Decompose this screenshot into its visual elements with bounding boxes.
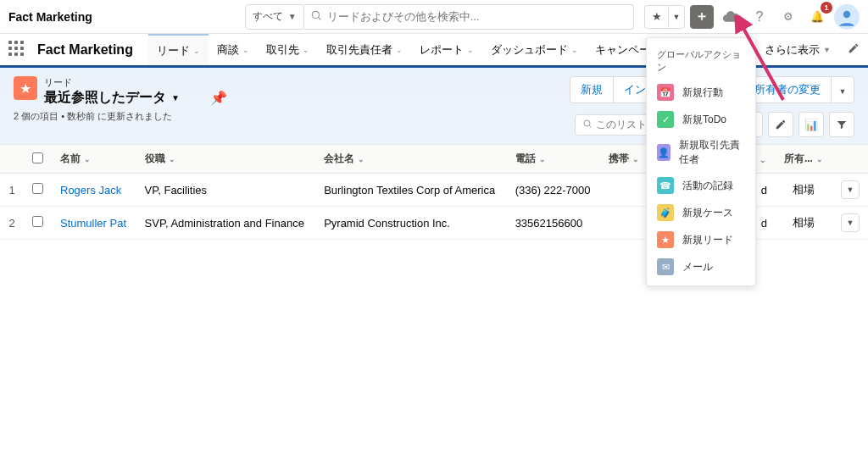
nav-more-label: さらに表示 (765, 42, 820, 58)
pin-icon (195, 91, 207, 102)
inline-edit-button[interactable] (768, 112, 793, 137)
chart-icon: 📊 (804, 119, 818, 131)
cell-mobile (600, 207, 648, 240)
favorite-button[interactable]: ★ (644, 5, 668, 29)
gear-icon: ⚙ (783, 10, 793, 23)
setup-button[interactable]: ⚙ (776, 5, 800, 29)
favorite-menu-button[interactable]: ▼ (668, 5, 685, 29)
caret-down-icon: ▼ (823, 46, 831, 54)
lead-name-link[interactable]: Rogers Jack (60, 184, 121, 197)
object-label: リード (44, 76, 227, 89)
edit-nav-button[interactable] (848, 42, 860, 57)
nav-item-opportunities[interactable]: 商談⌄ (209, 33, 258, 67)
chevron-down-icon: ⌄ (632, 155, 639, 163)
ga-item-label: 新規行動 (682, 86, 723, 100)
calendar-icon: 📅 (657, 84, 674, 101)
svg-point-2 (843, 10, 850, 17)
chevron-down-icon: ⌄ (396, 46, 403, 54)
row-checkbox[interactable] (32, 216, 43, 227)
chevron-down-icon: ⌄ (169, 155, 175, 163)
lead-object-icon: ★ (14, 76, 37, 100)
filter-button[interactable] (829, 112, 854, 137)
chevron-down-icon: ⌄ (816, 155, 823, 163)
pencil-icon (775, 119, 787, 130)
cell-title: SVP, Administration and Finance (136, 207, 316, 240)
ga-new-case[interactable]: 🧳 新規ケース (647, 199, 755, 226)
global-actions-button[interactable]: ＋ (690, 5, 714, 29)
global-actions-header: グローバルアクション (647, 43, 755, 79)
nav-more[interactable]: さらに表示 ▼ (756, 33, 839, 67)
col-company[interactable]: 会社名⌄ (315, 145, 507, 174)
nav-item-label: 取引先責任者 (326, 42, 392, 58)
pin-list-button[interactable]: 📌 (195, 90, 227, 106)
brand-label: Fact Marketing (8, 10, 92, 24)
search-icon (582, 119, 593, 131)
user-avatar[interactable] (834, 4, 860, 30)
notifications-button[interactable]: 🔔 1 (805, 5, 829, 29)
col-actions (832, 145, 868, 174)
col-select-all (24, 145, 52, 174)
cell-mobile (600, 174, 648, 207)
list-view-picker[interactable]: 最近参照したデータ ▼ 📌 (44, 89, 227, 107)
pencil-icon (848, 42, 860, 54)
list-action-overflow[interactable]: ▼ (831, 76, 854, 103)
caret-down-icon: ▼ (288, 12, 297, 21)
cloud-icon (722, 8, 739, 25)
nav-item-accounts[interactable]: 取引先⌄ (258, 33, 318, 67)
col-mobile[interactable]: 携帯⌄ (600, 145, 648, 174)
ga-new-contact[interactable]: 👤 新規取引先責任者 (647, 133, 755, 172)
nav-item-dashboards[interactable]: ダッシュボード⌄ (482, 33, 587, 67)
mail-icon: ✉ (657, 258, 674, 275)
col-label: 電話 (515, 152, 536, 164)
ga-email[interactable]: ✉ メール (647, 253, 755, 280)
nav-item-label: 商談 (217, 42, 239, 58)
col-label: 名前 (60, 152, 81, 164)
lead-name-link[interactable]: Stumuller Pat (60, 217, 126, 230)
ga-new-lead[interactable]: ★ 新規リード (647, 226, 755, 253)
list-header-left: ★ リード 最近参照したデータ ▼ 📌 (14, 76, 570, 107)
col-name[interactable]: 名前⌄ (52, 145, 136, 174)
row-action-menu[interactable]: ▼ (841, 213, 860, 232)
change-owner-button[interactable]: 所有者の変更 (743, 76, 831, 103)
svg-point-4 (584, 120, 590, 126)
caret-down-icon: ▼ (673, 13, 681, 21)
chevron-down-icon: ⌄ (303, 46, 309, 54)
chart-button[interactable]: 📊 (798, 112, 824, 137)
ga-item-label: 新規ケース (682, 206, 733, 220)
app-launcher-button[interactable] (8, 41, 27, 59)
select-all-checkbox[interactable] (32, 152, 43, 163)
ga-new-event[interactable]: 📅 新規行動 (647, 79, 755, 106)
nav-item-leads[interactable]: リード⌄ (148, 34, 209, 68)
col-label: 携帯 (609, 152, 629, 164)
ga-item-label: 活動の記録 (682, 179, 733, 193)
caret-down-icon: ▼ (171, 93, 180, 102)
global-header: Fact Marketing すべて ▼ ★ ▼ ＋ ? ⚙ (0, 0, 868, 34)
row-checkbox[interactable] (32, 183, 43, 194)
ga-log-call[interactable]: ☎ 活動の記録 (647, 172, 755, 199)
nav-item-reports[interactable]: レポート⌄ (411, 33, 482, 67)
nav-item-label: ダッシュボード (491, 42, 568, 58)
chevron-down-icon: ⌄ (242, 46, 249, 54)
row-action-menu[interactable]: ▼ (841, 180, 860, 199)
case-icon: 🧳 (657, 204, 674, 221)
ga-new-task[interactable]: ✓ 新規ToDo (647, 106, 755, 133)
cell-owner: 相場 (776, 207, 832, 240)
chevron-down-icon: ⌄ (760, 156, 766, 164)
global-search-input[interactable] (327, 10, 626, 23)
col-rownum (0, 145, 24, 174)
svg-line-1 (318, 18, 320, 20)
nav-item-label: 取引先 (266, 42, 299, 58)
help-button[interactable]: ? (748, 5, 771, 29)
col-title[interactable]: 役職⌄ (136, 145, 316, 174)
nav-item-contacts[interactable]: 取引先責任者⌄ (318, 33, 411, 67)
col-owner[interactable]: 所有...⌄ (776, 145, 832, 174)
cell-phone: (336) 222-7000 (507, 174, 601, 207)
salesforce-help-button[interactable] (719, 5, 743, 29)
cell-phone: 33562156600 (507, 207, 601, 240)
chevron-down-icon: ⌄ (193, 47, 200, 55)
list-view-name: 最近参照したデータ (44, 89, 166, 107)
new-button[interactable]: 新規 (570, 76, 613, 103)
col-phone[interactable]: 電話⌄ (507, 145, 601, 174)
cell-company: Burlington Textiles Corp of America (315, 174, 507, 207)
search-scope-selector[interactable]: すべて ▼ (245, 4, 304, 30)
